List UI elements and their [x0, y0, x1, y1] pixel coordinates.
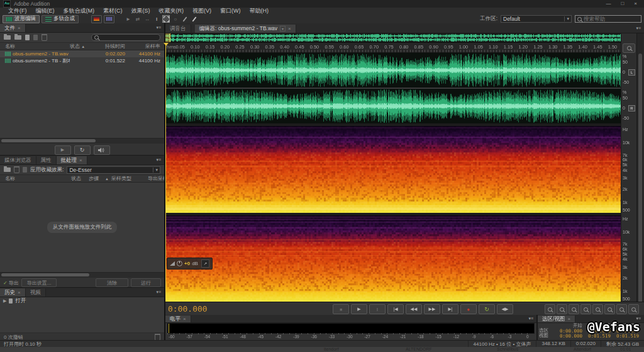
zoom-selection-button[interactable] [580, 304, 591, 314]
spectral-display-button[interactable] [91, 15, 102, 23]
new-file-icon[interactable] [25, 35, 30, 40]
column-status[interactable]: 状态 [71, 175, 89, 182]
column-export[interactable]: 导出采样 [148, 175, 164, 182]
zoom-magnifier-button[interactable] [623, 43, 635, 53]
batch-drop-area[interactable]: 从文件面板拖放文件到此 [0, 183, 164, 272]
tab-levels[interactable]: 电平 × [165, 315, 191, 322]
tab-mixer[interactable]: 调音台 [165, 25, 191, 33]
tab-files[interactable]: 文件 × [0, 24, 26, 32]
zoom-amplitude-button[interactable] [628, 304, 639, 314]
panel-menu-icon[interactable]: ▾≡ [633, 26, 644, 31]
column-name[interactable]: 名称 [0, 43, 70, 50]
help-search-box[interactable] [575, 15, 641, 23]
menu-item-6[interactable]: 视图(V) [188, 8, 216, 14]
stretch-tool[interactable]: ↔ [143, 15, 151, 23]
close-icon[interactable]: × [79, 157, 82, 163]
menu-item-2[interactable]: 多轨合成(M) [59, 8, 99, 14]
column-name[interactable]: 名称 [0, 175, 71, 182]
chevron-down-icon[interactable]: ▾ [280, 26, 286, 31]
preview-play-button[interactable]: ▶ [55, 145, 71, 155]
volume-hud[interactable]: +0 dB ↗ [167, 258, 213, 270]
zoom-out-point-button[interactable] [557, 304, 567, 314]
zoom-out-time-button[interactable] [616, 304, 627, 314]
left-channel-badge[interactable]: L [628, 69, 635, 76]
export-checkbox[interactable]: ✓ 导出 [3, 280, 19, 287]
panel-menu-icon[interactable]: ▾≡ [525, 316, 536, 321]
zoom-out-full-button[interactable] [569, 304, 579, 314]
menu-item-7[interactable]: 窗口(W) [216, 8, 245, 14]
playhead-line[interactable] [165, 43, 166, 302]
spot-healing-tool[interactable] [191, 15, 198, 23]
file-row[interactable]: obus-summen2 - TB - 副本.wav 0:01.522 4410… [0, 57, 164, 64]
marquee-selection-tool[interactable] [162, 15, 170, 23]
record-button[interactable]: ● [460, 304, 477, 314]
menu-item-4[interactable]: 效果(S) [127, 8, 155, 14]
waveform-left-channel[interactable] [165, 53, 621, 88]
skip-selection-button[interactable]: ◀▶ [497, 304, 513, 314]
duplicate-icon[interactable] [23, 167, 27, 173]
menu-item-8[interactable]: 帮助(H) [245, 8, 274, 14]
tab-history[interactable]: 历史 × [0, 288, 26, 297]
spectrogram-right-channel[interactable] [165, 215, 621, 302]
zoom-in-point-button[interactable] [545, 304, 555, 314]
trash-icon[interactable] [42, 34, 47, 41]
paintbrush-tool[interactable] [181, 15, 189, 23]
tab-properties[interactable]: 属性 [36, 156, 57, 164]
right-channel-badge[interactable]: R [628, 105, 635, 111]
overview-selection[interactable] [165, 33, 170, 42]
panel-menu-icon[interactable]: ▾≡ [153, 25, 164, 30]
tab-editor[interactable]: 编辑器: obus-summen2 - TB.wav ▾ × [195, 25, 296, 33]
hud-popout-icon[interactable]: ↗ [201, 259, 209, 268]
files-search-input[interactable] [101, 35, 151, 40]
level-meter[interactable] [167, 323, 535, 334]
fast-forward-button[interactable]: ▶▶ [424, 304, 440, 314]
lasso-selection-tool[interactable]: ○ [172, 15, 179, 23]
run-button[interactable]: 运行 [131, 278, 161, 287]
file-row-selected[interactable]: obus-summen2 - TB.wav 0:02.020 44100 Hz [0, 50, 164, 57]
column-sample-type[interactable]: 采样类型 [111, 175, 148, 182]
loop-button[interactable]: ↻ [479, 304, 495, 314]
close-icon[interactable]: × [288, 26, 291, 31]
import-file-icon[interactable] [14, 35, 21, 40]
editor-vscrollbar[interactable] [636, 33, 643, 315]
close-icon[interactable]: × [18, 25, 21, 31]
waveform-right-channel[interactable] [165, 89, 621, 123]
rewind-button[interactable]: ◀◀ [406, 304, 422, 314]
add-files-icon[interactable] [4, 167, 11, 172]
close-icon[interactable]: × [567, 316, 570, 322]
play-button[interactable]: ▶ [351, 304, 367, 314]
column-duration[interactable]: 持续时间 [89, 43, 125, 50]
history-entry[interactable]: ▶ 打开 [0, 297, 164, 305]
multitrack-button[interactable]: 多轨合成 [42, 15, 79, 23]
tab-batch-process[interactable]: 批处理 × [57, 156, 87, 164]
maximize-button[interactable]: □ [621, 0, 624, 8]
overview-strip[interactable] [165, 33, 621, 43]
spectrogram-left-channel[interactable] [165, 126, 621, 213]
zoom-reset-button[interactable] [592, 304, 603, 314]
skip-to-end-button[interactable]: ▶| [442, 304, 458, 314]
preview-loop-button[interactable]: ↻ [74, 145, 91, 155]
skip-to-start-button[interactable]: |◀ [387, 304, 404, 314]
pause-button[interactable]: ‖ [369, 304, 386, 314]
scrollbar-thumb[interactable] [1, 273, 89, 276]
zoom-in-time-button[interactable] [604, 304, 615, 314]
files-hscrollbar[interactable] [0, 138, 164, 144]
help-search-input[interactable] [584, 16, 634, 22]
close-icon[interactable]: × [183, 316, 186, 322]
column-rate[interactable]: 采样率 [125, 43, 164, 50]
workspace-select[interactable]: Default ▾ [501, 15, 572, 23]
waveform-edit-button[interactable]: 波形编辑 [3, 15, 40, 23]
batch-hscrollbar[interactable] [0, 272, 164, 278]
insert-multitrack-icon[interactable] [33, 35, 38, 40]
time-selection-tool[interactable]: I [153, 15, 160, 23]
remove-files-icon[interactable] [14, 166, 19, 173]
preview-mute-button[interactable] [94, 145, 110, 155]
hud-gain-value[interactable]: +0 [184, 261, 190, 266]
scrollbar-thumb[interactable] [1, 139, 96, 142]
stop-button[interactable]: ■ [333, 304, 349, 314]
overview-waveform[interactable] [165, 33, 621, 42]
export-settings-button[interactable]: 导出设置... [21, 278, 57, 287]
files-search-box[interactable] [91, 34, 160, 41]
scrollbar-thumb[interactable] [638, 54, 642, 305]
panel-menu-icon[interactable]: ▾≡ [153, 290, 164, 295]
